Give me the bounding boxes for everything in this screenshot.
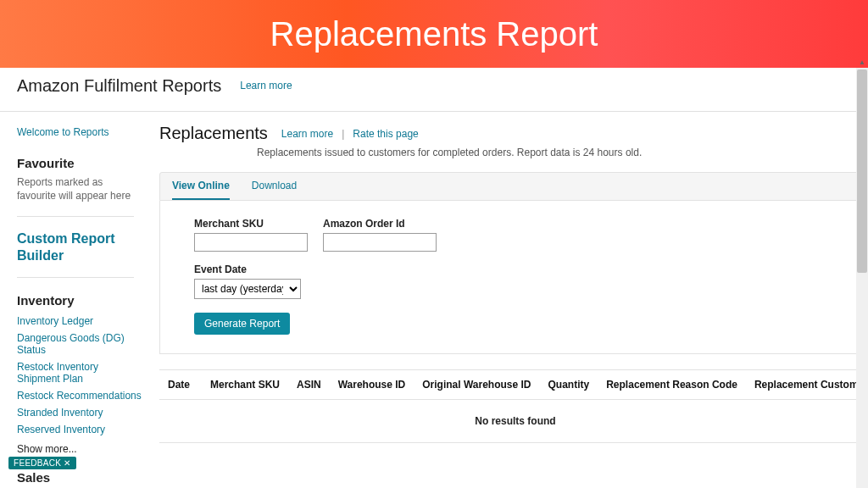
- event-date-label: Event Date: [194, 263, 301, 275]
- generate-report-button[interactable]: Generate Report: [194, 313, 290, 335]
- col-orig-warehouse-id: Original Warehouse ID: [422, 379, 531, 391]
- merchant-sku-label: Merchant SKU: [194, 218, 308, 230]
- favourite-heading: Favourite: [17, 156, 144, 170]
- sidebar-welcome-link[interactable]: Welcome to Reports: [17, 124, 144, 141]
- content-title: Replacements: [159, 124, 268, 143]
- divider: [17, 216, 134, 217]
- sidebar-item-stranded-inventory[interactable]: Stranded Inventory: [17, 404, 144, 421]
- page-wrap: ▲ Amazon Fulfilment Reports Learn more W…: [0, 68, 868, 488]
- order-id-label: Amazon Order Id: [323, 218, 437, 230]
- custom-report-builder-link[interactable]: Custom Report Builder: [17, 230, 144, 263]
- content-header-row: Replacements Learn more | Rate this page: [159, 124, 868, 143]
- sidebar: Welcome to Reports Favourite Reports mar…: [17, 124, 144, 488]
- banner-title: Replacements Report: [270, 15, 598, 53]
- merchant-sku-input[interactable]: [194, 233, 308, 252]
- content-description: Replacements issued to customers for com…: [257, 147, 868, 158]
- no-results-message: No results found: [159, 400, 868, 443]
- sales-heading: Sales: [17, 470, 144, 485]
- table-header: Date Merchant SKU ASIN Warehouse ID Orig…: [159, 369, 868, 400]
- col-warehouse-id: Warehouse ID: [338, 379, 406, 391]
- order-id-input[interactable]: [323, 233, 437, 252]
- col-asin: ASIN: [297, 379, 321, 391]
- scroll-up-icon[interactable]: ▲: [859, 58, 865, 66]
- main: Welcome to Reports Favourite Reports mar…: [0, 112, 868, 488]
- learn-more-link[interactable]: Learn more: [240, 80, 292, 92]
- sidebar-item-reserved-inventory[interactable]: Reserved Inventory: [17, 421, 144, 438]
- show-more-link[interactable]: Show more...: [17, 443, 144, 455]
- separator: |: [342, 128, 344, 140]
- filter-row-2: Event Date last day (yesterday): [194, 263, 837, 299]
- col-merchant-sku: Merchant SKU: [210, 379, 280, 391]
- page-main-title: Amazon Fulfilment Reports: [17, 76, 221, 96]
- divider: [17, 277, 134, 278]
- filter-row-1: Merchant SKU Amazon Order Id: [194, 218, 837, 252]
- tab-download[interactable]: Download: [252, 180, 297, 200]
- scroll-thumb[interactable]: [857, 69, 867, 273]
- event-date-select[interactable]: last day (yesterday): [194, 279, 301, 299]
- sidebar-item-restock-shipment[interactable]: Restock Inventory Shipment Plan: [17, 358, 144, 387]
- col-date: Date: [168, 379, 190, 391]
- rate-page-link[interactable]: Rate this page: [353, 128, 418, 140]
- sidebar-item-inventory-ledger[interactable]: Inventory Ledger: [17, 313, 144, 330]
- col-reason-code: Replacement Reason Code: [606, 379, 737, 391]
- tab-view-online[interactable]: View Online: [172, 180, 230, 200]
- banner: Replacements Report: [0, 0, 868, 68]
- content-learn-more-link[interactable]: Learn more: [281, 128, 333, 140]
- favourite-note: Reports marked as favourite will appear …: [17, 175, 144, 202]
- content: Replacements Learn more | Rate this page…: [159, 124, 868, 488]
- sidebar-item-restock-recommendations[interactable]: Restock Recommendations: [17, 387, 144, 404]
- tabs-bar: View Online Download: [159, 172, 868, 201]
- col-repl-customer-order: Replacement Customer Order Id: [754, 379, 868, 391]
- results-table: Date Merchant SKU ASIN Warehouse ID Orig…: [159, 369, 868, 443]
- col-quantity: Quantity: [548, 379, 590, 391]
- inventory-heading: Inventory: [17, 293, 144, 308]
- vertical-scrollbar[interactable]: ▲: [856, 68, 868, 488]
- sidebar-item-dg-status[interactable]: Dangerous Goods (DG) Status: [17, 330, 144, 358]
- feedback-button[interactable]: FEEDBACK ✕: [8, 457, 76, 469]
- filter-panel: Merchant SKU Amazon Order Id Event Date …: [159, 201, 868, 354]
- top-bar: Amazon Fulfilment Reports Learn more: [0, 68, 868, 112]
